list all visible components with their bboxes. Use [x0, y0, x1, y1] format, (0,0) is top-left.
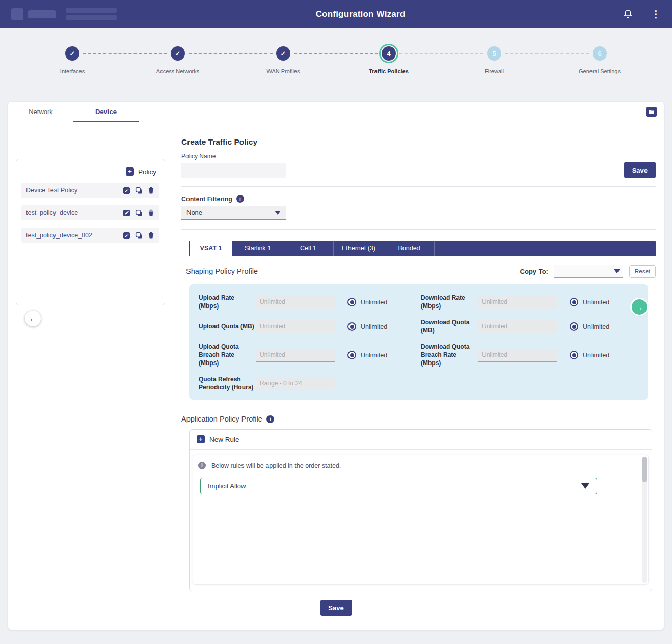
upload-quota-breach-input[interactable]: [256, 349, 335, 362]
policy-list-item[interactable]: test_policy_device_002: [21, 228, 159, 243]
arrow-right-icon: →: [636, 303, 643, 312]
download-quota-breach-unlimited-radio[interactable]: Unlimited: [570, 351, 609, 359]
download-quota-input[interactable]: [478, 320, 557, 333]
edit-policy-icon[interactable]: [123, 232, 130, 239]
radio-selected-icon: [347, 351, 356, 359]
delete-policy-icon[interactable]: [147, 209, 155, 217]
upload-rate-label: Upload Rate (Mbps): [199, 294, 256, 310]
next-interface-button[interactable]: →: [632, 299, 647, 315]
quota-refresh-input[interactable]: [256, 377, 335, 390]
upload-quota-label: Upload Quota (MB): [199, 323, 256, 331]
download-quota-unlimited-radio[interactable]: Unlimited: [570, 322, 609, 331]
download-rate-unlimited-radio[interactable]: Unlimited: [570, 298, 609, 306]
chevron-down-icon: [275, 211, 281, 215]
delete-policy-icon[interactable]: [147, 187, 155, 194]
org-info-redacted: [66, 8, 117, 20]
tab-starlink-1[interactable]: Starlink 1: [233, 241, 283, 256]
add-policy-button[interactable]: Policy: [126, 167, 156, 176]
step-wan-profiles[interactable]: ✓ WAN Profiles: [276, 46, 290, 61]
step-connector: [189, 53, 273, 54]
more-menu-icon[interactable]: ⋮: [651, 9, 661, 19]
step-label: WAN Profiles: [267, 68, 300, 74]
step-general-settings[interactable]: 6 General Settings: [593, 46, 607, 61]
interface-tabbar: VSAT 1 Starlink 1 Cell 1 Ethernet (3) Bo…: [189, 241, 656, 256]
policy-name-input[interactable]: [181, 163, 286, 178]
content-filtering-value: None: [186, 209, 202, 216]
notifications-bell-icon[interactable]: [623, 9, 633, 19]
app-logo: [11, 8, 23, 20]
step-connector: [294, 53, 378, 54]
content-filtering-select[interactable]: None: [181, 206, 286, 220]
policy-list-item[interactable]: test_policy_device: [21, 205, 159, 220]
step-connector: [83, 53, 167, 54]
policy-name: test_policy_device_002: [26, 232, 123, 239]
scrollbar-thumb[interactable]: [642, 457, 647, 482]
rule-implicit-allow[interactable]: Implicit Allow: [200, 478, 597, 494]
radio-selected-icon: [570, 351, 578, 359]
app-logo-text: [28, 10, 56, 18]
copy-to-select[interactable]: [554, 265, 623, 278]
step-label: Interfaces: [60, 68, 85, 74]
tab-device[interactable]: Device: [73, 102, 139, 122]
upload-rate-input[interactable]: [256, 296, 335, 309]
edit-policy-icon[interactable]: [123, 187, 130, 194]
tab-bonded[interactable]: Bonded: [384, 241, 435, 256]
info-icon[interactable]: [236, 195, 244, 203]
tab-network[interactable]: Network: [8, 102, 73, 122]
step-circle: ✓: [276, 46, 290, 61]
download-quota-label: Download Quota (MB): [421, 319, 478, 334]
plus-icon: [126, 167, 134, 176]
upload-quota-unlimited-radio[interactable]: Unlimited: [347, 322, 387, 331]
edit-policy-icon[interactable]: [123, 209, 130, 217]
download-rate-input[interactable]: [478, 296, 557, 309]
shaping-policy-panel: Upload Rate (Mbps) Unlimited Download Ra…: [189, 284, 648, 400]
step-number: 6: [598, 50, 601, 58]
tab-cell-1[interactable]: Cell 1: [283, 241, 334, 256]
chevron-down-icon: [581, 483, 589, 489]
check-icon: ✓: [281, 50, 286, 58]
download-quota-breach-label: Download Quota Breach Rate (Mbps): [421, 343, 478, 367]
copy-policy-icon[interactable]: [135, 187, 143, 194]
step-access-networks[interactable]: ✓ Access Networks: [171, 46, 185, 61]
tab-ethernet[interactable]: Ethernet (3): [334, 241, 384, 256]
upload-quota-input[interactable]: [256, 320, 335, 333]
reset-button[interactable]: Reset: [629, 265, 656, 278]
step-label: Traffic Policies: [369, 68, 409, 74]
info-icon: [198, 462, 206, 469]
policy-list-item[interactable]: Device Test Policy: [21, 183, 159, 198]
step-circle: 6: [593, 46, 607, 61]
policy-name: test_policy_device: [26, 209, 123, 216]
expand-panel-icon[interactable]: [646, 107, 657, 117]
step-firewall[interactable]: 5 Firewall: [487, 46, 501, 61]
view-tabs: Network Device: [8, 102, 664, 122]
step-label: General Settings: [579, 68, 621, 74]
new-rule-label: New Rule: [209, 436, 239, 443]
info-icon[interactable]: [266, 415, 274, 423]
back-button[interactable]: ←: [25, 311, 41, 326]
content-filtering-label: Content Filtering: [181, 195, 232, 203]
check-icon: ✓: [175, 50, 181, 58]
copy-policy-icon[interactable]: [135, 209, 143, 217]
form-title: Create Traffic Policy: [181, 137, 656, 147]
new-rule-button[interactable]: New Rule: [197, 435, 239, 443]
save-policy-button[interactable]: Save: [320, 600, 352, 616]
scrollbar-track[interactable]: [642, 457, 647, 583]
app-logo-group: [11, 8, 117, 20]
step-traffic-policies[interactable]: 4 Traffic Policies: [382, 46, 396, 61]
copy-policy-icon[interactable]: [135, 232, 143, 239]
delete-policy-icon[interactable]: [147, 232, 155, 239]
upload-quota-breach-unlimited-radio[interactable]: Unlimited: [347, 351, 387, 359]
quota-refresh-label: Quota Refresh Periodicity (Hours): [199, 376, 256, 391]
step-circle: ✓: [171, 46, 185, 61]
download-rate-label: Download Rate (Mbps): [421, 294, 478, 310]
download-quota-breach-input[interactable]: [478, 349, 557, 362]
tab-vsat-1[interactable]: VSAT 1: [189, 241, 233, 256]
upload-rate-unlimited-radio[interactable]: Unlimited: [347, 298, 387, 306]
divider: [181, 186, 656, 187]
save-button[interactable]: Save: [624, 162, 656, 178]
policy-name: Device Test Policy: [26, 187, 123, 194]
step-number: 5: [492, 50, 496, 58]
shaping-section-title: Shaping Policy Profile: [186, 267, 258, 275]
step-interfaces[interactable]: ✓ Interfaces: [65, 46, 79, 61]
app-header: Configuration Wizard ⋮: [0, 0, 672, 28]
